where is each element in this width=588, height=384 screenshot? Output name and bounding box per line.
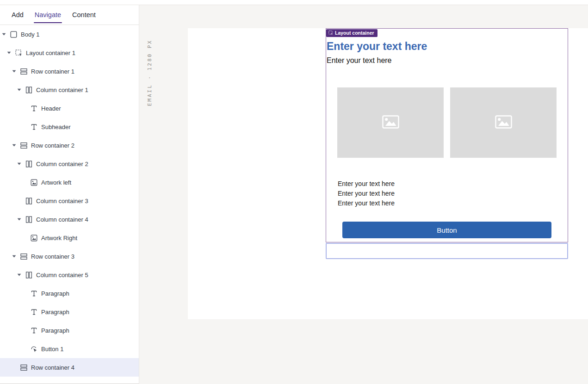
caret-down-icon[interactable] [17, 218, 25, 221]
email-header-text[interactable]: Enter your text here [327, 40, 568, 53]
layout-container-icon [328, 31, 333, 35]
tree-item-column-container-4[interactable]: Column container 4 [0, 210, 139, 229]
tree-item-column-container-2[interactable]: Column container 2 [0, 155, 139, 173]
layout-icon [15, 50, 22, 56]
tree-item-column-container-1[interactable]: Column container 1 [0, 81, 139, 99]
email-canvas[interactable]: Layout container Enter your text here En… [188, 28, 588, 319]
tree-item-button-1[interactable]: Button 1 [0, 340, 139, 358]
caret-down-icon[interactable] [17, 88, 25, 91]
paragraph-group: Enter your text here Enter your text her… [338, 179, 568, 208]
artwork-left-placeholder[interactable] [337, 87, 444, 158]
row-icon [20, 253, 27, 260]
caret-down-icon[interactable] [12, 70, 20, 73]
button-icon [31, 346, 37, 353]
tab-content[interactable]: Content [72, 5, 96, 25]
tree-item-paragraph[interactable]: Paragraph [0, 284, 139, 303]
text-icon [31, 124, 37, 130]
window-top-strip [0, 0, 588, 5]
image-placeholder-icon [495, 115, 512, 130]
tab-add[interactable]: Add [12, 5, 24, 25]
tree-item-row-container-1[interactable]: Row container 1 [0, 62, 139, 81]
text-icon [31, 105, 37, 112]
image-placeholder-icon [382, 115, 399, 130]
tree-item-header[interactable]: Header [0, 99, 139, 118]
paragraph-text[interactable]: Enter your text here [338, 189, 568, 198]
body-icon [10, 31, 17, 38]
image-icon [31, 235, 37, 242]
row-icon [20, 68, 27, 75]
column-icon [25, 161, 32, 167]
paragraph-text[interactable]: Enter your text here [338, 198, 568, 208]
tree-item-column-container-5[interactable]: Column container 5 [0, 266, 139, 284]
layers-tree: Body 1 Layout container 1 Row container … [0, 25, 139, 384]
tree-item-row-container-4[interactable]: Row container 4 [0, 358, 139, 377]
artwork-right-placeholder[interactable] [450, 87, 557, 158]
caret-down-icon[interactable] [7, 51, 15, 54]
text-icon [31, 327, 37, 334]
tree-item-layout-container-1[interactable]: Layout container 1 [0, 43, 139, 62]
selection-badge: Layout container [326, 29, 378, 37]
column-icon [25, 216, 32, 223]
sidebar-tabs: Add Navigate Content [0, 5, 139, 25]
tree-item-row-container-3[interactable]: Row container 3 [0, 247, 139, 266]
canvas-size-label: EMAIL · 1280 PX [147, 39, 153, 106]
artwork-row [337, 87, 557, 158]
image-icon [31, 179, 37, 186]
selection-badge-label: Layout container [335, 30, 374, 36]
tree-item-column-container-3[interactable]: Column container 3 [0, 192, 139, 210]
caret-down-icon[interactable] [12, 255, 20, 258]
caret-down-icon[interactable] [17, 273, 25, 276]
tree-item-row-container-2[interactable]: Row container 2 [0, 136, 139, 155]
tree-item-artwork-right[interactable]: Artwork Right [0, 229, 139, 247]
text-icon [31, 309, 37, 316]
tree-item-body-1[interactable]: Body 1 [0, 25, 139, 43]
caret-down-icon[interactable] [17, 162, 25, 165]
email-button[interactable]: Button [342, 222, 551, 238]
tree-item-paragraph[interactable]: Paragraph [0, 303, 139, 321]
column-icon [25, 198, 32, 204]
sidebar: Add Navigate Content Body 1 Layout conta… [0, 5, 139, 384]
workspace: EMAIL · 1280 PX Layout container Enter y… [139, 5, 588, 384]
email-subheader-text[interactable]: Enter your text here [327, 56, 568, 65]
column-icon [25, 87, 32, 93]
text-icon [31, 290, 37, 297]
layout-container-selected[interactable]: Layout container Enter your text here En… [326, 28, 568, 242]
tree-item-artwork-left[interactable]: Artwork left [0, 173, 139, 192]
caret-down-icon[interactable] [2, 33, 10, 36]
caret-down-icon[interactable] [12, 144, 20, 147]
tree-item-paragraph[interactable]: Paragraph [0, 321, 139, 340]
tree-item-subheader[interactable]: Subheader [0, 118, 139, 136]
row-icon [20, 142, 27, 149]
tab-navigate[interactable]: Navigate [35, 5, 61, 25]
paragraph-text[interactable]: Enter your text here [338, 179, 568, 189]
row-icon [20, 364, 27, 371]
app-main: Add Navigate Content Body 1 Layout conta… [0, 5, 588, 384]
column-icon [25, 272, 32, 279]
row-container-4-selected[interactable] [326, 243, 568, 259]
